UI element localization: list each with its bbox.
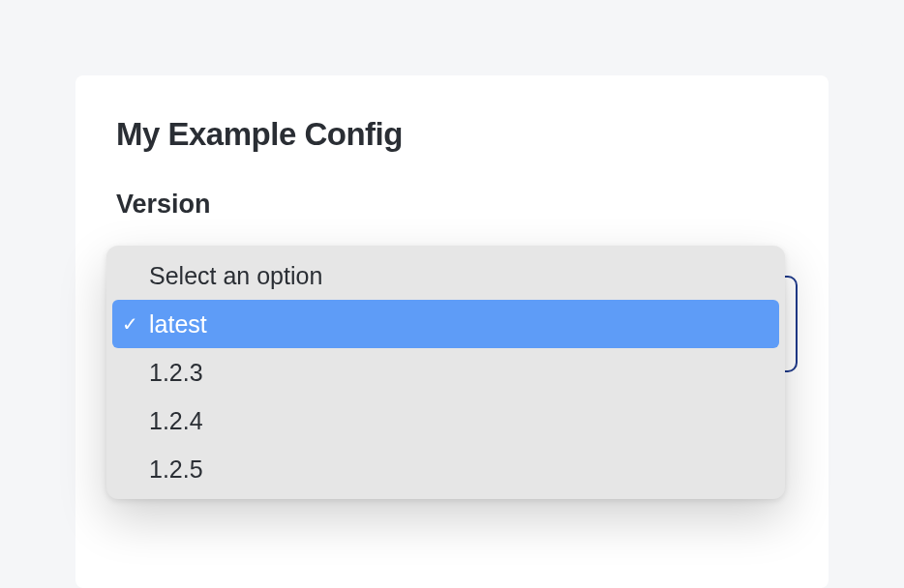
dropdown-option-label: 1.2.4 [149, 407, 769, 435]
dropdown-option-1-2-5[interactable]: 1.2.5 [112, 445, 779, 493]
dropdown-option-label: 1.2.5 [149, 456, 769, 484]
page-title: My Example Config [116, 116, 788, 153]
dropdown-option-1-2-3[interactable]: 1.2.3 [112, 348, 779, 397]
dropdown-option-latest[interactable]: ✓ latest [112, 300, 779, 348]
dropdown-placeholder-label: Select an option [149, 262, 769, 290]
dropdown-option-label: 1.2.3 [149, 359, 769, 387]
dropdown-option-1-2-4[interactable]: 1.2.4 [112, 397, 779, 445]
dropdown-option-label: latest [149, 310, 769, 338]
version-label: Version [116, 190, 788, 220]
checkmark-icon: ✓ [122, 314, 149, 334]
dropdown-placeholder[interactable]: Select an option [112, 251, 779, 300]
version-dropdown: Select an option ✓ latest 1.2.3 1.2.4 1.… [106, 246, 785, 499]
